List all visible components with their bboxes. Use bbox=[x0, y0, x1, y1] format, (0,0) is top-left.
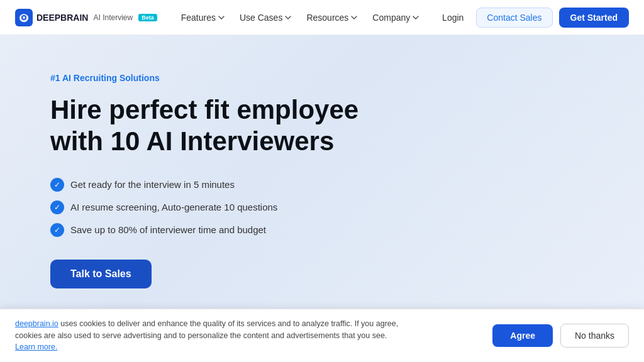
brand-sub: AI Interview bbox=[93, 13, 133, 22]
svg-point-2 bbox=[23, 16, 25, 19]
login-button[interactable]: Login bbox=[436, 9, 470, 26]
agree-button[interactable]: Agree bbox=[492, 324, 553, 347]
get-started-button[interactable]: Get Started bbox=[559, 8, 629, 28]
nav-actions: Login Contact Sales Get Started bbox=[436, 8, 629, 28]
hero-tag: #1 AI Recruiting Solutions bbox=[50, 73, 594, 83]
chevron-down-icon bbox=[351, 16, 357, 19]
cookie-text: deepbrain.io uses cookies to deliver and… bbox=[15, 318, 418, 353]
feature-item-2: ✓ AI resume screening, Auto-generate 10 … bbox=[50, 200, 594, 214]
chevron-down-icon bbox=[218, 16, 225, 19]
feature-item-3: ✓ Save up to 80% of interviewer time and… bbox=[50, 223, 594, 237]
learn-more-link[interactable]: Learn more. bbox=[15, 343, 57, 351]
check-icon-2: ✓ bbox=[50, 200, 64, 214]
check-icon-3: ✓ bbox=[50, 223, 64, 237]
cookie-actions: Agree No thanks bbox=[492, 324, 629, 348]
nav-company[interactable]: Company bbox=[366, 9, 425, 26]
feature-list: ✓ Get ready for the interview in 5 minut… bbox=[50, 178, 594, 237]
logo[interactable]: DEEPBRAIN AI Interview Beta bbox=[15, 9, 157, 26]
no-thanks-button[interactable]: No thanks bbox=[560, 324, 629, 348]
check-icon-1: ✓ bbox=[50, 178, 64, 192]
navbar: DEEPBRAIN AI Interview Beta Features Use… bbox=[0, 0, 644, 35]
beta-badge: Beta bbox=[138, 14, 157, 21]
nav-resources[interactable]: Resources bbox=[300, 9, 364, 26]
chevron-down-icon bbox=[285, 16, 291, 19]
hero-title: Hire perfect fit employee with 10 AI Int… bbox=[50, 94, 365, 158]
feature-item-1: ✓ Get ready for the interview in 5 minut… bbox=[50, 178, 594, 192]
talk-to-sales-button[interactable]: Talk to Sales bbox=[50, 260, 152, 288]
contact-sales-button[interactable]: Contact Sales bbox=[476, 8, 552, 28]
cookie-banner: deepbrain.io uses cookies to deliver and… bbox=[0, 309, 644, 362]
nav-use-cases[interactable]: Use Cases bbox=[233, 9, 297, 26]
nav-features[interactable]: Features bbox=[175, 9, 231, 26]
deepbrain-logo-icon bbox=[15, 9, 33, 26]
nav-links: Features Use Cases Resources Company bbox=[175, 9, 436, 26]
brand-name: DEEPBRAIN bbox=[36, 13, 88, 23]
chevron-down-icon bbox=[413, 16, 419, 19]
cookie-site-link[interactable]: deepbrain.io bbox=[15, 319, 58, 328]
